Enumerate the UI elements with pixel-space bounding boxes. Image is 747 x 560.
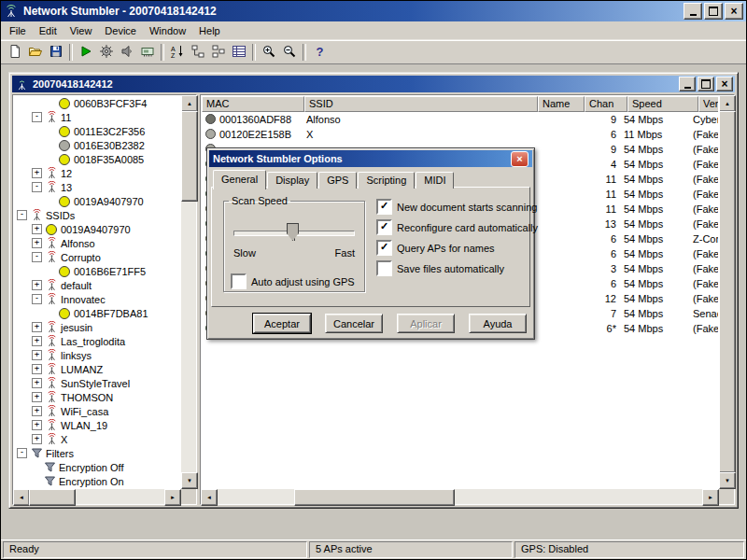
scroll-left-button[interactable]: ◄ bbox=[13, 489, 30, 506]
aceptar-button[interactable]: Aceptar bbox=[253, 314, 311, 333]
expand-icon[interactable]: + bbox=[32, 336, 42, 346]
tree-item-0019a9407970[interactable]: 0019A9407970 bbox=[14, 194, 180, 208]
child-minimize-button[interactable] bbox=[679, 77, 696, 91]
expand-icon[interactable]: + bbox=[32, 406, 42, 416]
child-maximize-button[interactable] bbox=[698, 77, 714, 91]
collapse-icon[interactable]: - bbox=[32, 252, 42, 262]
scroll-right-button[interactable]: ► bbox=[702, 489, 719, 506]
expand-icon[interactable]: + bbox=[32, 350, 42, 360]
tree-item-linksys[interactable]: +linksys bbox=[14, 348, 180, 362]
scroll-down-button[interactable]: ▼ bbox=[181, 472, 198, 489]
scan-speed-slider[interactable] bbox=[232, 221, 357, 244]
child-title-bar[interactable]: 20070418142412 × bbox=[12, 76, 735, 92]
table-row[interactable]: 00120E2E158BX611 Mbps(Fake)AP bbox=[202, 127, 718, 142]
save-files-automatically-checkbox[interactable]: Save files automatically bbox=[376, 260, 526, 276]
collapse-icon[interactable]: - bbox=[32, 182, 42, 192]
title-bar[interactable]: Network Stumbler - 20070418142412 × bbox=[1, 1, 746, 21]
expand-icon[interactable]: + bbox=[32, 378, 42, 388]
expand-icon[interactable]: + bbox=[32, 280, 42, 290]
tree-item-corrupto[interactable]: -Corrupto bbox=[14, 250, 180, 264]
tab-scripting[interactable]: Scripting bbox=[358, 172, 415, 189]
collapse-icon[interactable]: - bbox=[32, 112, 42, 122]
tree-item-0014bf7dba81[interactable]: 0014BF7DBA81 bbox=[14, 306, 180, 320]
expand-all-button[interactable] bbox=[188, 42, 208, 62]
tree-item-alfonso[interactable]: +Alfonso bbox=[14, 236, 180, 250]
new-document-starts-scanning-checkbox[interactable]: New document starts scanning bbox=[376, 199, 526, 215]
expand-icon[interactable]: + bbox=[32, 168, 42, 178]
tree-item-thomson[interactable]: +THOMSON bbox=[14, 390, 180, 404]
tree-item-12[interactable]: +12 bbox=[14, 166, 180, 180]
reconfigure-card-automatically-checkbox[interactable]: Reconfigure card automatically bbox=[376, 219, 526, 235]
menu-help[interactable]: Help bbox=[192, 23, 227, 38]
column-header-mac[interactable]: MAC bbox=[202, 96, 304, 112]
table-horizontal-scrollbar[interactable]: ◄ ► bbox=[201, 489, 719, 504]
tab-gps[interactable]: GPS bbox=[318, 172, 357, 189]
options-button[interactable] bbox=[96, 42, 117, 62]
menu-window[interactable]: Window bbox=[143, 23, 192, 38]
mute-audio-button[interactable] bbox=[117, 42, 137, 62]
menu-view[interactable]: View bbox=[63, 23, 99, 38]
expand-icon[interactable]: + bbox=[32, 434, 42, 444]
tree-horizontal-scrollbar[interactable]: ◄ ► bbox=[13, 489, 181, 504]
column-header-chan[interactable]: Chan bbox=[585, 96, 627, 112]
tree-item-sunstyletravel[interactable]: +SunStyleTravel bbox=[14, 376, 180, 390]
tree-item-jesusin[interactable]: +jesusin bbox=[14, 320, 180, 334]
open-file-button[interactable] bbox=[25, 42, 46, 62]
tree-vscroll-thumb[interactable] bbox=[181, 111, 198, 202]
tree-item-filters[interactable]: -Filters bbox=[14, 446, 180, 460]
slider-thumb[interactable] bbox=[287, 223, 299, 241]
minimize-button[interactable] bbox=[684, 3, 702, 20]
column-header-name[interactable]: Name bbox=[538, 96, 585, 112]
cancelar-button[interactable]: Cancelar bbox=[325, 314, 383, 333]
collapse-all-button[interactable] bbox=[208, 42, 229, 62]
tree-item-encryption-off[interactable]: Encryption Off bbox=[14, 460, 180, 474]
tab-general[interactable]: General bbox=[213, 170, 266, 189]
tree-item-encryption-on[interactable]: Encryption On bbox=[14, 474, 180, 488]
tree-item-default[interactable]: +default bbox=[14, 278, 180, 292]
tree-item-0016b6e71ff5[interactable]: 0016B6E71FF5 bbox=[14, 264, 180, 278]
tree-item-wifi-casa[interactable]: +WiFi_casa bbox=[14, 404, 180, 418]
menu-edit[interactable]: Edit bbox=[33, 23, 63, 38]
scroll-left-button[interactable]: ◄ bbox=[201, 489, 218, 506]
dialog-title-bar[interactable]: Network Stumbler Options × bbox=[209, 150, 532, 167]
ayuda-button[interactable]: Ayuda bbox=[469, 314, 527, 333]
column-header-speed[interactable]: Speed bbox=[627, 96, 698, 112]
tree-hscroll-thumb[interactable] bbox=[29, 489, 76, 506]
zoom-in-button[interactable] bbox=[259, 42, 279, 62]
tree-item-innovatec[interactable]: -Innovatec bbox=[14, 292, 180, 306]
scroll-up-button[interactable]: ▲ bbox=[719, 95, 736, 112]
column-header-ssid[interactable]: SSID bbox=[304, 96, 538, 112]
start-scan-button[interactable] bbox=[76, 42, 96, 62]
tree-item-0016e30b2382[interactable]: 0016E30B2382 bbox=[14, 138, 180, 152]
collapse-icon[interactable]: - bbox=[17, 448, 27, 458]
tree-vertical-scrollbar[interactable]: ▲ ▼ bbox=[181, 95, 196, 489]
tree-item-wlan-19[interactable]: +WLAN_19 bbox=[14, 418, 180, 432]
table-vscroll-thumb[interactable] bbox=[719, 111, 736, 473]
expand-icon[interactable]: + bbox=[32, 392, 42, 402]
sort-az-button[interactable]: AZ bbox=[167, 42, 188, 62]
collapse-icon[interactable]: - bbox=[32, 294, 42, 304]
help-button[interactable]: ? bbox=[309, 42, 330, 62]
expand-icon[interactable]: + bbox=[32, 238, 42, 248]
close-button[interactable]: × bbox=[725, 3, 743, 20]
maximize-button[interactable] bbox=[704, 3, 723, 20]
zoom-out-button[interactable] bbox=[279, 42, 300, 62]
table-vertical-scrollbar[interactable]: ▲ ▼ bbox=[719, 95, 734, 489]
scroll-right-button[interactable]: ► bbox=[164, 489, 181, 506]
tab-midi[interactable]: MIDI bbox=[416, 172, 454, 189]
expand-icon[interactable]: + bbox=[32, 364, 42, 374]
grid-view-button[interactable] bbox=[229, 42, 249, 62]
tree-item-0011e3c2f356[interactable]: 0011E3C2F356 bbox=[14, 124, 180, 138]
tree-item-x[interactable]: +X bbox=[14, 432, 180, 446]
save-file-button[interactable] bbox=[46, 42, 66, 62]
table-hscroll-thumb[interactable] bbox=[294, 489, 455, 506]
device-button[interactable] bbox=[137, 42, 158, 62]
tab-display[interactable]: Display bbox=[267, 172, 317, 189]
auto-adjust-gps-checkbox[interactable]: Auto adjust using GPS bbox=[231, 273, 355, 289]
tree-item-0019a9407970[interactable]: +0019A9407970 bbox=[14, 222, 180, 236]
expand-icon[interactable]: + bbox=[32, 420, 42, 430]
collapse-icon[interactable]: - bbox=[17, 210, 27, 220]
tree-item-13[interactable]: -13 bbox=[14, 180, 180, 194]
tree-item-0018f35a0085[interactable]: 0018F35A0085 bbox=[14, 152, 180, 166]
menu-device[interactable]: Device bbox=[98, 23, 143, 38]
